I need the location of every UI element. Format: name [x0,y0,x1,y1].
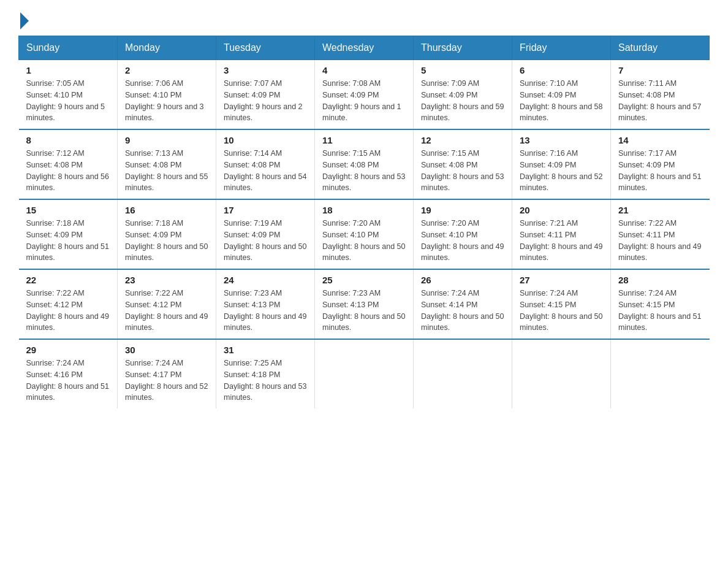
day-info: Sunrise: 7:24 AM Sunset: 4:14 PM Dayligh… [421,288,504,334]
day-info: Sunrise: 7:17 AM Sunset: 4:09 PM Dayligh… [618,148,702,194]
calendar-cell: 1 Sunrise: 7:05 AM Sunset: 4:10 PM Dayli… [19,60,118,130]
day-info: Sunrise: 7:23 AM Sunset: 4:13 PM Dayligh… [224,288,307,334]
day-info: Sunrise: 7:16 AM Sunset: 4:09 PM Dayligh… [520,148,603,194]
calendar-cell: 6 Sunrise: 7:10 AM Sunset: 4:09 PM Dayli… [512,60,611,130]
logo-arrow-icon [20,12,29,29]
calendar-cell: 12 Sunrise: 7:15 AM Sunset: 4:08 PM Dayl… [414,129,512,199]
day-number: 24 [224,275,307,285]
col-tuesday: Tuesday [216,36,315,60]
day-number: 22 [26,275,110,285]
day-number: 18 [322,205,406,215]
day-info: Sunrise: 7:15 AM Sunset: 4:08 PM Dayligh… [421,148,504,194]
day-info: Sunrise: 7:24 AM Sunset: 4:16 PM Dayligh… [26,358,110,404]
logo [18,12,29,29]
calendar-week-row-3: 15 Sunrise: 7:18 AM Sunset: 4:09 PM Dayl… [19,199,710,269]
day-number: 4 [322,65,406,75]
calendar-cell: 20 Sunrise: 7:21 AM Sunset: 4:11 PM Dayl… [512,199,611,269]
calendar-cell: 9 Sunrise: 7:13 AM Sunset: 4:08 PM Dayli… [118,129,216,199]
calendar-cell: 17 Sunrise: 7:19 AM Sunset: 4:09 PM Dayl… [216,199,315,269]
col-friday: Friday [512,36,611,60]
calendar-week-row-2: 8 Sunrise: 7:12 AM Sunset: 4:08 PM Dayli… [19,129,710,199]
day-info: Sunrise: 7:13 AM Sunset: 4:08 PM Dayligh… [125,148,208,194]
day-number: 26 [421,275,504,285]
day-info: Sunrise: 7:06 AM Sunset: 4:10 PM Dayligh… [125,78,208,124]
day-number: 13 [520,135,603,145]
day-info: Sunrise: 7:19 AM Sunset: 4:09 PM Dayligh… [224,218,307,264]
day-info: Sunrise: 7:20 AM Sunset: 4:10 PM Dayligh… [322,218,406,264]
calendar-week-row-4: 22 Sunrise: 7:22 AM Sunset: 4:12 PM Dayl… [19,269,710,339]
col-saturday: Saturday [611,36,710,60]
day-info: Sunrise: 7:08 AM Sunset: 4:09 PM Dayligh… [322,78,406,124]
day-info: Sunrise: 7:24 AM Sunset: 4:17 PM Dayligh… [125,358,208,404]
calendar-cell: 24 Sunrise: 7:23 AM Sunset: 4:13 PM Dayl… [216,269,315,339]
calendar-cell: 31 Sunrise: 7:25 AM Sunset: 4:18 PM Dayl… [216,339,315,408]
day-info: Sunrise: 7:20 AM Sunset: 4:10 PM Dayligh… [421,218,504,264]
col-wednesday: Wednesday [315,36,414,60]
day-number: 10 [224,135,307,145]
day-number: 8 [26,135,110,145]
day-number: 17 [224,205,307,215]
calendar-cell: 4 Sunrise: 7:08 AM Sunset: 4:09 PM Dayli… [315,60,414,130]
calendar-cell: 8 Sunrise: 7:12 AM Sunset: 4:08 PM Dayli… [19,129,118,199]
day-info: Sunrise: 7:15 AM Sunset: 4:08 PM Dayligh… [322,148,406,194]
col-monday: Monday [118,36,216,60]
calendar-cell: 27 Sunrise: 7:24 AM Sunset: 4:15 PM Dayl… [512,269,611,339]
day-number: 9 [125,135,208,145]
calendar-cell: 26 Sunrise: 7:24 AM Sunset: 4:14 PM Dayl… [414,269,512,339]
calendar-cell: 19 Sunrise: 7:20 AM Sunset: 4:10 PM Dayl… [414,199,512,269]
day-number: 6 [520,65,603,75]
calendar-cell: 5 Sunrise: 7:09 AM Sunset: 4:09 PM Dayli… [414,60,512,130]
day-info: Sunrise: 7:07 AM Sunset: 4:09 PM Dayligh… [224,78,307,124]
day-number: 12 [421,135,504,145]
calendar-cell: 25 Sunrise: 7:23 AM Sunset: 4:13 PM Dayl… [315,269,414,339]
day-info: Sunrise: 7:21 AM Sunset: 4:11 PM Dayligh… [520,218,603,264]
calendar-cell [512,339,611,408]
day-number: 15 [26,205,110,215]
calendar-cell: 29 Sunrise: 7:24 AM Sunset: 4:16 PM Dayl… [19,339,118,408]
calendar-cell: 30 Sunrise: 7:24 AM Sunset: 4:17 PM Dayl… [118,339,216,408]
day-number: 16 [125,205,208,215]
day-number: 7 [618,65,702,75]
day-number: 14 [618,135,702,145]
calendar-week-row-1: 1 Sunrise: 7:05 AM Sunset: 4:10 PM Dayli… [19,60,710,130]
day-number: 3 [224,65,307,75]
day-info: Sunrise: 7:12 AM Sunset: 4:08 PM Dayligh… [26,148,110,194]
calendar-cell: 18 Sunrise: 7:20 AM Sunset: 4:10 PM Dayl… [315,199,414,269]
day-info: Sunrise: 7:24 AM Sunset: 4:15 PM Dayligh… [618,288,702,334]
day-number: 25 [322,275,406,285]
day-number: 20 [520,205,603,215]
day-info: Sunrise: 7:24 AM Sunset: 4:15 PM Dayligh… [520,288,603,334]
day-number: 23 [125,275,208,285]
day-number: 1 [26,65,110,75]
calendar-cell: 7 Sunrise: 7:11 AM Sunset: 4:08 PM Dayli… [611,60,710,130]
calendar-cell: 22 Sunrise: 7:22 AM Sunset: 4:12 PM Dayl… [19,269,118,339]
calendar-cell: 13 Sunrise: 7:16 AM Sunset: 4:09 PM Dayl… [512,129,611,199]
col-thursday: Thursday [414,36,512,60]
page-header [18,12,710,29]
calendar-cell: 23 Sunrise: 7:22 AM Sunset: 4:12 PM Dayl… [118,269,216,339]
day-number: 31 [224,345,307,355]
day-info: Sunrise: 7:22 AM Sunset: 4:12 PM Dayligh… [26,288,110,334]
day-info: Sunrise: 7:18 AM Sunset: 4:09 PM Dayligh… [125,218,208,264]
calendar-cell [414,339,512,408]
day-number: 30 [125,345,208,355]
calendar-cell: 14 Sunrise: 7:17 AM Sunset: 4:09 PM Dayl… [611,129,710,199]
calendar-table: Sunday Monday Tuesday Wednesday Thursday… [18,36,710,408]
calendar-header-row: Sunday Monday Tuesday Wednesday Thursday… [19,36,710,60]
calendar-cell: 10 Sunrise: 7:14 AM Sunset: 4:08 PM Dayl… [216,129,315,199]
day-info: Sunrise: 7:10 AM Sunset: 4:09 PM Dayligh… [520,78,603,124]
col-sunday: Sunday [19,36,118,60]
day-number: 19 [421,205,504,215]
day-info: Sunrise: 7:18 AM Sunset: 4:09 PM Dayligh… [26,218,110,264]
calendar-week-row-5: 29 Sunrise: 7:24 AM Sunset: 4:16 PM Dayl… [19,339,710,408]
day-number: 2 [125,65,208,75]
day-number: 21 [618,205,702,215]
day-info: Sunrise: 7:05 AM Sunset: 4:10 PM Dayligh… [26,78,110,124]
day-info: Sunrise: 7:09 AM Sunset: 4:09 PM Dayligh… [421,78,504,124]
day-info: Sunrise: 7:22 AM Sunset: 4:11 PM Dayligh… [618,218,702,264]
day-info: Sunrise: 7:25 AM Sunset: 4:18 PM Dayligh… [224,358,307,404]
calendar-cell [315,339,414,408]
day-info: Sunrise: 7:22 AM Sunset: 4:12 PM Dayligh… [125,288,208,334]
calendar-cell: 3 Sunrise: 7:07 AM Sunset: 4:09 PM Dayli… [216,60,315,130]
calendar-cell: 11 Sunrise: 7:15 AM Sunset: 4:08 PM Dayl… [315,129,414,199]
